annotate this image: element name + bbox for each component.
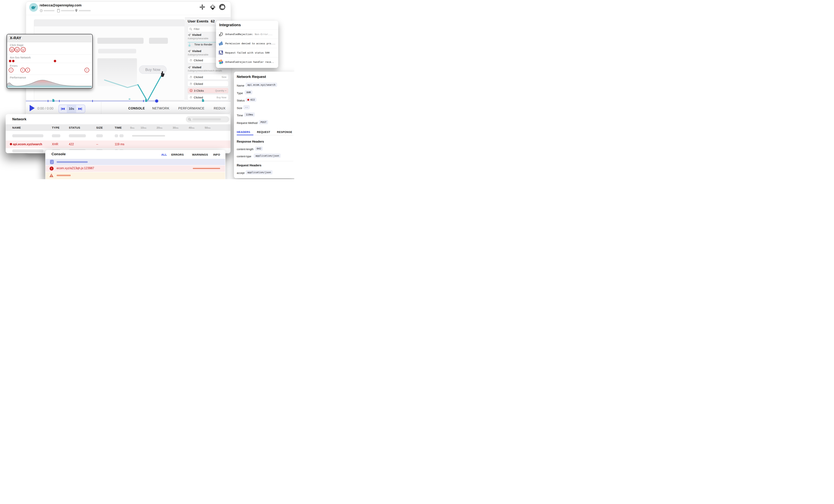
col-0ms: 0ms [130,126,134,129]
timeline-doc-marker[interactable] [145,99,148,102]
integration-row-datadog[interactable]: Request failed with status 500 [216,48,278,57]
tick-num: 30 [173,126,176,129]
tick-unit: ms [208,127,211,129]
rollbar-icon [218,41,223,46]
timeline-track[interactable] [157,100,231,102]
console-tab-errors[interactable]: ERRORS [171,153,184,156]
waterfall-bar [132,135,165,136]
visited-icon [188,66,191,69]
integration-message: Permission denied to access pro... [225,42,276,45]
error-badge-icon: ! [9,68,14,72]
content-skeleton-bar [98,49,136,53]
event-clicked-color[interactable]: Clicked Quantity + [188,81,228,86]
event-clicked-size[interactable]: Clicked Size [188,74,228,80]
col-type[interactable]: TYPE [52,126,60,129]
col-status[interactable]: STATUS [69,126,80,129]
col-50ms: 50ms [205,126,211,129]
tab-performance[interactable]: PERFORMANCE [178,107,204,110]
event-visited[interactable]: Visited [188,49,201,52]
tick-unit: ms [192,127,195,129]
click-hand-icon [190,96,192,99]
event-clicked-buy-now[interactable]: Clicked Buy Now [188,95,228,100]
col-time[interactable]: TIME [115,126,122,129]
nreq-tab-request[interactable]: REQUEST [257,131,270,134]
net-row-skeleton [69,134,86,137]
console-tab-warnings[interactable]: WARNINGS [192,153,208,156]
skip-back-button[interactable] [59,105,67,113]
timeline-progress[interactable] [26,100,157,102]
status-code: 422 [250,98,255,101]
col-30ms: 30ms [173,126,178,129]
field-type-value: XHR [245,90,253,94]
field-status-value: 422 [246,97,256,102]
event-target: Quantity + [215,89,226,92]
skip-control: 10s [59,105,85,113]
event-visited[interactable]: Visited [188,33,201,37]
skip-back-icon [61,107,65,111]
field-type-label: Type [237,91,243,95]
event-path: /category/wearable/watch-details [188,69,228,72]
info-skeleton-bar [57,161,88,163]
content-type-value: application/json [254,154,281,158]
integration-message: Request failed with status 500 [225,51,269,54]
tick-num: 10 [140,126,144,129]
integration-row-rollbar[interactable]: Permission denied to access pro... [216,39,278,48]
github-icon[interactable] [219,4,226,10]
timeline-doc-marker[interactable] [202,99,204,102]
skip-interval[interactable]: 10s [67,105,76,113]
nreq-tab-response[interactable]: RESPONSE [277,131,292,134]
tab-redux[interactable]: REDUX [214,107,226,110]
timeline-playhead[interactable] [155,100,158,103]
net-row-skeleton [96,134,103,137]
warning-icon [49,173,53,177]
accept-value: application/json [246,170,272,174]
integration-row-sentry[interactable]: UnhandledRejection: Non-Error... [216,29,278,39]
field-time-label: Time [237,114,243,117]
rhino-icon [31,5,37,9]
row-error-dot [10,143,12,145]
play-button[interactable] [30,105,35,111]
timeline-quote-marker[interactable]: “ [129,98,131,102]
integrations-title: Integrations [219,23,241,27]
col-name[interactable]: NAME [12,126,21,129]
event-rage-clicks[interactable]: 3 Clicks Quantity + [188,88,228,93]
net-row-skeleton [52,134,60,137]
timeline-doc-marker[interactable] [52,99,55,102]
tab-console[interactable]: CONSOLE [128,107,145,110]
timeline-event-tick[interactable] [92,100,93,102]
browser-skeleton [61,10,74,11]
integration-row-elastic[interactable]: Unhandledrejection handler rece.. [216,57,278,66]
click-hand-icon [190,75,192,79]
console-tab-all[interactable]: ALL [161,153,167,156]
rage-face-icon [9,47,15,52]
net-row-skeleton [12,134,43,137]
session-duration-skeleton [44,10,54,11]
error-badge-icon: ! [25,68,30,72]
tab-network[interactable]: NETWORK [152,107,169,110]
timeline-event-tick[interactable] [48,100,48,102]
field-method-label: Request Method [237,121,258,125]
col-size[interactable]: SIZE [96,126,103,129]
timeline-event-tick[interactable] [59,100,60,102]
accept-label: accept [237,172,244,174]
network-search[interactable] [186,116,229,123]
search-icon [188,118,191,121]
console-warning-row[interactable] [46,172,225,179]
rage-face-icon [20,47,26,52]
info-icon: i [50,160,54,164]
network-error-dot [9,60,11,62]
nreq-tab-headers[interactable]: HEADERS [237,131,250,134]
console-tab-info[interactable]: INFO [213,153,220,156]
jira-icon[interactable] [210,4,216,10]
skip-forward-icon [78,107,83,111]
visited-icon [188,34,191,37]
event-visited[interactable]: Visited [188,66,201,69]
skip-forward-button[interactable] [76,105,84,113]
network-search-skeleton [193,118,221,120]
console-title: Console [51,152,66,156]
field-time-value: 119ms [244,112,255,117]
slack-icon[interactable] [199,4,205,10]
event-label: Clicked [194,82,203,85]
timeline-event-tick[interactable] [143,100,144,102]
err-type: XHR [52,143,58,146]
